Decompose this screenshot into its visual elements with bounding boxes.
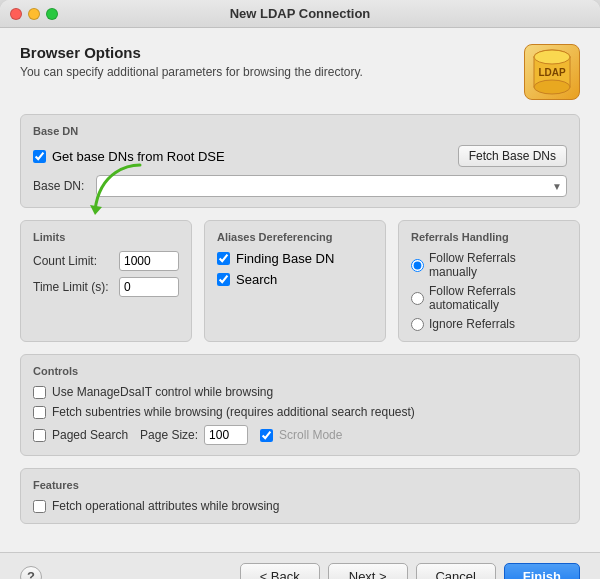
referrals-label: Referrals Handling xyxy=(411,231,567,243)
paged-search-checkbox[interactable] xyxy=(33,429,46,442)
cancel-button[interactable]: Cancel xyxy=(416,563,496,579)
referrals-section: Referrals Handling Follow Referrals manu… xyxy=(398,220,580,342)
follow-manually-radio[interactable] xyxy=(411,259,424,272)
ignore-referrals-label: Ignore Referrals xyxy=(429,317,515,331)
svg-text:LDAP: LDAP xyxy=(538,67,566,78)
footer-buttons: < Back Next > Cancel Finish xyxy=(240,563,580,579)
get-base-dns-label: Get base DNs from Root DSE xyxy=(52,149,225,164)
controls-label: Controls xyxy=(33,365,567,377)
page-description: You can specify additional parameters fo… xyxy=(20,65,363,79)
ignore-referrals-radio[interactable] xyxy=(411,318,424,331)
follow-manually-row: Follow Referrals manually xyxy=(411,251,567,279)
follow-manually-label: Follow Referrals manually xyxy=(429,251,567,279)
ldap-icon: LDAP xyxy=(524,44,580,100)
features-section: Features Fetch operational attributes wh… xyxy=(20,468,580,524)
window-controls xyxy=(10,8,58,20)
count-limit-row: Count Limit: 1000 xyxy=(33,251,179,271)
limits-label: Limits xyxy=(33,231,179,243)
back-button[interactable]: < Back xyxy=(240,563,320,579)
base-dn-label: Base DN xyxy=(33,125,567,137)
count-limit-input[interactable]: 1000 xyxy=(119,251,179,271)
search-checkbox[interactable] xyxy=(217,273,230,286)
get-base-dns-checkbox[interactable] xyxy=(33,150,46,163)
fetch-operational-checkbox[interactable] xyxy=(33,500,46,513)
controls-section: Controls Use ManageDsaIT control while b… xyxy=(20,354,580,456)
fetch-base-dns-button[interactable]: Fetch Base DNs xyxy=(458,145,567,167)
fetch-subentries-label: Fetch subentries while browsing (require… xyxy=(52,405,415,419)
page-title: Browser Options xyxy=(20,44,363,61)
finish-button[interactable]: Finish xyxy=(504,563,580,579)
page-size-label: Page Size: xyxy=(140,428,198,442)
svg-point-3 xyxy=(534,50,570,64)
fetch-subentries-row: Fetch subentries while browsing (require… xyxy=(33,405,567,419)
minimize-button[interactable] xyxy=(28,8,40,20)
base-dn-row: Get base DNs from Root DSE Fetch Base DN… xyxy=(33,145,567,167)
scroll-mode-checkbox[interactable] xyxy=(260,429,273,442)
aliases-label: Aliases Dereferencing xyxy=(217,231,373,243)
main-window: New LDAP Connection Browser Options You … xyxy=(0,0,600,579)
paged-search-row: Paged Search Page Size: Scroll Mode xyxy=(33,425,567,445)
maximize-button[interactable] xyxy=(46,8,58,20)
scroll-mode-label: Scroll Mode xyxy=(279,428,342,442)
base-dn-input[interactable] xyxy=(96,175,567,197)
manage-dsa-checkbox[interactable] xyxy=(33,386,46,399)
aliases-section: Aliases Dereferencing Finding Base DN Se… xyxy=(204,220,386,342)
fetch-operational-row: Fetch operational attributes while brows… xyxy=(33,499,567,513)
time-limit-input[interactable]: 0 xyxy=(119,277,179,297)
finding-base-dn-label: Finding Base DN xyxy=(236,251,334,266)
next-button[interactable]: Next > xyxy=(328,563,408,579)
follow-automatically-row: Follow Referrals automatically xyxy=(411,284,567,312)
ignore-referrals-row: Ignore Referrals xyxy=(411,317,567,331)
manage-dsa-label: Use ManageDsaIT control while browsing xyxy=(52,385,273,399)
follow-automatically-radio[interactable] xyxy=(411,292,424,305)
features-label: Features xyxy=(33,479,567,491)
page-size-input[interactable] xyxy=(204,425,248,445)
base-dn-input-row: Base DN: ▼ xyxy=(33,175,567,197)
finding-base-dn-row: Finding Base DN xyxy=(217,251,373,266)
follow-automatically-label: Follow Referrals automatically xyxy=(429,284,567,312)
close-button[interactable] xyxy=(10,8,22,20)
get-base-dns-row: Get base DNs from Root DSE xyxy=(33,149,225,164)
base-dn-section: Base DN Get base DNs from Root DSE Fetch… xyxy=(20,114,580,208)
count-limit-label: Count Limit: xyxy=(33,254,113,268)
content-area: Browser Options You can specify addition… xyxy=(0,28,600,552)
middle-section: Limits Count Limit: 1000 Time Limit (s):… xyxy=(20,220,580,342)
search-row: Search xyxy=(217,272,373,287)
footer-left: ? xyxy=(20,566,42,580)
finding-base-dn-checkbox[interactable] xyxy=(217,252,230,265)
help-button[interactable]: ? xyxy=(20,566,42,580)
manage-dsa-row: Use ManageDsaIT control while browsing xyxy=(33,385,567,399)
fetch-operational-label: Fetch operational attributes while brows… xyxy=(52,499,279,513)
window-title: New LDAP Connection xyxy=(230,6,371,21)
footer: ? < Back Next > Cancel Finish xyxy=(0,552,600,579)
limits-section: Limits Count Limit: 1000 Time Limit (s):… xyxy=(20,220,192,342)
title-bar: New LDAP Connection xyxy=(0,0,600,28)
paged-search-label: Paged Search xyxy=(52,428,128,442)
header-text: Browser Options You can specify addition… xyxy=(20,44,363,79)
fetch-subentries-checkbox[interactable] xyxy=(33,406,46,419)
time-limit-label: Time Limit (s): xyxy=(33,280,113,294)
header-section: Browser Options You can specify addition… xyxy=(20,44,580,100)
base-dn-input-wrapper: ▼ xyxy=(96,175,567,197)
search-label: Search xyxy=(236,272,277,287)
svg-point-2 xyxy=(534,80,570,94)
time-limit-row: Time Limit (s): 0 xyxy=(33,277,179,297)
base-dn-field-label: Base DN: xyxy=(33,179,88,193)
